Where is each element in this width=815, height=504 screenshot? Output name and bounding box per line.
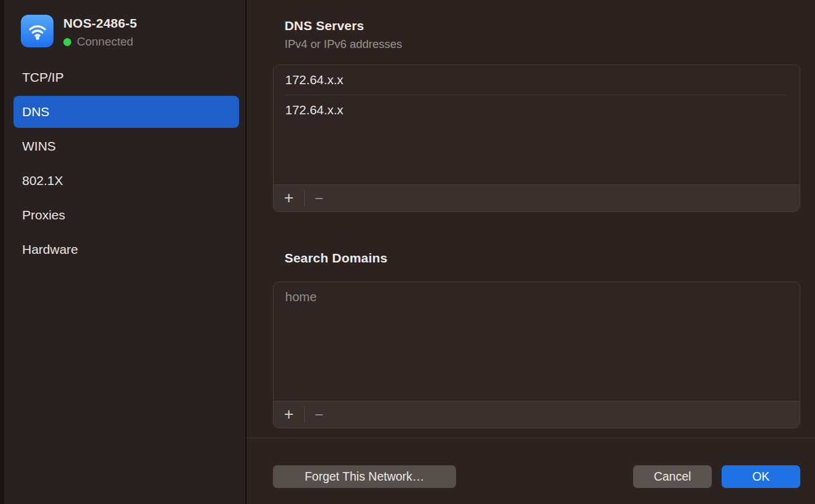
sidebar-item-label: TCP/IP [22, 70, 64, 85]
wifi-icon [21, 15, 53, 47]
sidebar-item-tcpip[interactable]: TCP/IP [14, 61, 239, 93]
sidebar-item-proxies[interactable]: Proxies [14, 199, 239, 231]
sidebar-item-label: DNS [22, 104, 49, 119]
sidebar-item-label: 802.1X [22, 173, 63, 188]
search-domain-value: home [285, 289, 317, 304]
search-domains-title: Search Domains [285, 251, 387, 266]
sidebar-item-label: WINS [22, 139, 56, 154]
dns-servers-subtitle: IPv4 or IPv6 addresses [285, 37, 402, 51]
sidebar-item-label: Hardware [22, 242, 78, 257]
search-domains-listbox: home + − [273, 282, 800, 428]
add-search-domain-button[interactable]: + [274, 401, 304, 428]
forget-network-button[interactable]: Forget This Network… [273, 465, 456, 488]
sidebar: NOS-2486-5 Connected TCP/IP DNS WINS 802… [4, 0, 246, 504]
sidebar-item-label: Proxies [22, 208, 65, 222]
wifi-icon-glyph [25, 19, 50, 44]
dns-server-entry[interactable]: 172.64.x.x [274, 95, 800, 125]
search-domains-list-toolbar: + − [274, 401, 800, 428]
network-status: Connected [63, 35, 133, 49]
search-domain-entry[interactable]: home [274, 282, 800, 312]
remove-dns-server-button[interactable]: − [305, 185, 333, 212]
dns-server-entry[interactable]: 172.64.x.x [274, 65, 800, 95]
dns-servers-list-toolbar: + − [274, 184, 800, 211]
dns-server-value: 172.64.x.x [285, 73, 344, 87]
dns-servers-title: DNS Servers [285, 18, 364, 33]
network-details-sheet: NOS-2486-5 Connected TCP/IP DNS WINS 802… [0, 0, 815, 504]
dns-server-value: 172.64.x.x [285, 103, 344, 117]
remove-search-domain-button[interactable]: − [305, 401, 333, 428]
sidebar-nav: TCP/IP DNS WINS 802.1X Proxies Hardware [14, 61, 239, 268]
sidebar-item-8021x[interactable]: 802.1X [14, 165, 239, 197]
network-name: NOS-2486-5 [63, 16, 137, 31]
dns-servers-listbox: 172.64.x.x 172.64.x.x + − [273, 65, 800, 212]
sidebar-item-hardware[interactable]: Hardware [14, 234, 239, 266]
connected-status-dot [63, 38, 71, 46]
cancel-button[interactable]: Cancel [633, 465, 712, 488]
ok-button[interactable]: OK [722, 465, 800, 488]
sidebar-item-dns[interactable]: DNS [14, 96, 239, 128]
footer-divider [246, 438, 815, 438]
add-dns-server-button[interactable]: + [274, 185, 304, 212]
network-status-label: Connected [77, 35, 133, 49]
window-edge-strip [0, 0, 4, 504]
sidebar-item-wins[interactable]: WINS [14, 130, 239, 162]
dns-pane: DNS Servers IPv4 or IPv6 addresses 172.6… [246, 0, 815, 504]
